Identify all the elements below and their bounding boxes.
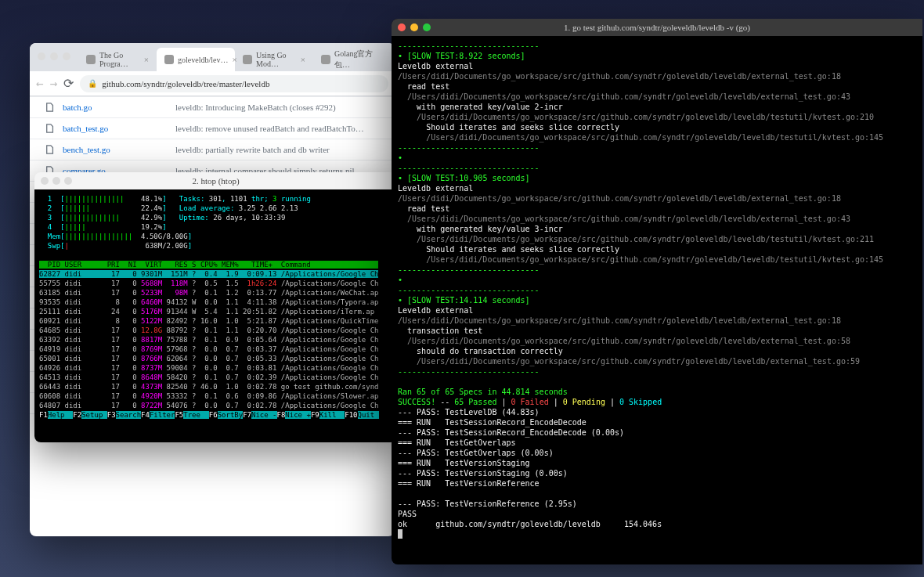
window-controls [38, 52, 70, 60]
file-name[interactable]: batch.go [63, 103, 175, 112]
minimize-icon[interactable] [410, 23, 418, 31]
file-icon [45, 145, 55, 154]
file-icon [45, 124, 55, 133]
favicon [243, 55, 252, 64]
browser-tab[interactable]: Using Go Mod…× [235, 48, 313, 71]
file-name[interactable]: bench_test.go [63, 145, 175, 154]
htop-output[interactable]: 1 [|||||||||||||| 48.1%] Tasks: 301, 110… [34, 189, 397, 442]
tab-label: Golang官方包… [334, 49, 384, 70]
lock-icon: 🔒 [88, 79, 97, 88]
back-button[interactable]: ← [36, 76, 44, 91]
browser-tab[interactable]: Golang官方包… [313, 48, 392, 71]
favicon [86, 55, 96, 64]
url-text: github.com/syndtr/goleveldb/tree/master/… [102, 79, 269, 88]
file-icon [45, 103, 55, 112]
terminal-title-bar: 1. go test github.com/syndtr/goleveldb/l… [392, 19, 922, 36]
traffic-lights[interactable] [398, 23, 431, 31]
zoom-icon[interactable] [423, 23, 431, 31]
tab-label: goleveldb/lev… [178, 56, 228, 64]
terminal-window: 1. go test github.com/syndtr/goleveldb/l… [392, 19, 922, 564]
commit-msg[interactable]: leveldb: Introducing MakeBatch (closes #… [175, 103, 336, 112]
tab-label: Using Go Mod… [256, 51, 297, 68]
tab-strip: The Go Progra…× goleveldb/lev…× Using Go… [30, 43, 395, 71]
tab-label: The Go Progra… [99, 51, 140, 68]
browser-tab[interactable]: The Go Progra…× [78, 48, 157, 71]
close-icon[interactable] [398, 23, 406, 31]
forward-button[interactable]: → [50, 76, 58, 91]
commit-msg[interactable]: leveldb: partially rewrite batch and db … [175, 145, 330, 154]
file-row[interactable]: batch.goleveldb: Introducing MakeBatch (… [30, 96, 395, 117]
favicon [164, 55, 174, 64]
window-title: 2. htop (htop) [34, 172, 397, 189]
htop-window: 2. htop (htop) 1 [|||||||||||||| 48.1%] … [34, 172, 397, 442]
tab-close-icon[interactable]: × [301, 55, 305, 64]
terminal-output[interactable]: ------------------------------ • [SLOW T… [392, 36, 922, 546]
file-name[interactable]: batch_test.go [63, 124, 175, 133]
reload-button[interactable]: ⟳ [63, 76, 74, 91]
favicon [321, 55, 330, 64]
url-input[interactable]: 🔒github.com/syndtr/goleveldb/tree/master… [80, 75, 388, 92]
file-row[interactable]: batch_test.goleveldb: remove unused read… [30, 117, 395, 139]
terminal-title: 1. go test github.com/syndtr/goleveldb/l… [564, 23, 750, 32]
file-row[interactable]: bench_test.goleveldb: partially rewrite … [30, 139, 395, 160]
tab-close-icon[interactable]: × [144, 55, 149, 64]
browser-tab-active[interactable]: goleveldb/lev…× [157, 48, 235, 71]
address-bar-row: ← → ⟳ 🔒github.com/syndtr/goleveldb/tree/… [30, 71, 395, 96]
commit-msg[interactable]: leveldb: remove unused readBatch and rea… [175, 124, 364, 133]
